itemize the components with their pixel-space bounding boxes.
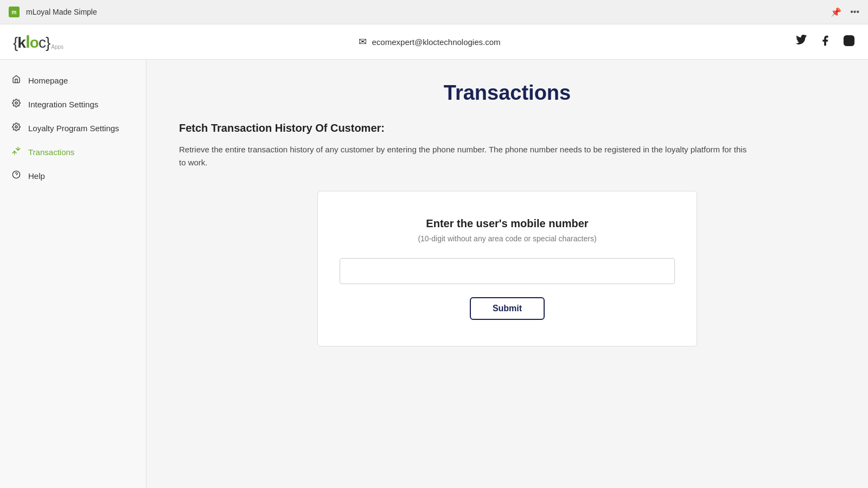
mobile-number-card: Enter the user's mobile number (10-digit…	[317, 191, 697, 346]
sidebar: Homepage Integration Settings Loyalty Pr…	[0, 60, 146, 488]
svg-point-4	[15, 126, 17, 128]
main-layout: Homepage Integration Settings Loyalty Pr…	[0, 60, 868, 488]
app-header: {kloc} Apps ✉ ecomexpert@kloctechnologie…	[0, 24, 868, 60]
svg-point-1	[847, 38, 851, 42]
sidebar-label-loyalty-program-settings: Loyalty Program Settings	[28, 124, 119, 133]
sidebar-item-loyalty-program-settings[interactable]: Loyalty Program Settings	[0, 116, 146, 140]
browser-bar: m mLoyal Made Simple 📌 •••	[0, 0, 868, 24]
logo-apps: Apps	[51, 44, 63, 50]
more-icon[interactable]: •••	[850, 7, 859, 17]
gear-icon-integration	[11, 99, 22, 110]
sidebar-item-transactions[interactable]: Transactions	[0, 140, 146, 164]
card-subtitle: (10-digit without any area code or speci…	[340, 234, 675, 243]
browser-tab-title: mLoyal Made Simple	[26, 8, 824, 16]
browser-actions: 📌 •••	[831, 7, 859, 17]
page-title: Transactions	[179, 81, 835, 105]
header-email-address: ecomexpert@kloctechnologies.com	[372, 37, 501, 47]
mobile-number-input[interactable]	[340, 258, 675, 284]
sidebar-item-integration-settings[interactable]: Integration Settings	[0, 92, 146, 116]
transactions-icon	[11, 146, 22, 157]
sidebar-label-help: Help	[28, 171, 45, 181]
section-description: Retrieve the entire transaction history …	[179, 143, 749, 169]
logo-text: {kloc}	[13, 32, 50, 52]
gear-icon-loyalty	[11, 123, 22, 133]
browser-favicon: m	[9, 7, 20, 17]
logo: {kloc} Apps	[13, 32, 63, 52]
card-title: Enter the user's mobile number	[340, 217, 675, 230]
instagram-icon[interactable]	[843, 35, 855, 49]
sidebar-item-help[interactable]: Help	[0, 164, 146, 188]
home-icon	[11, 75, 22, 86]
sidebar-label-homepage: Homepage	[28, 76, 68, 85]
email-icon: ✉	[359, 36, 367, 48]
submit-button[interactable]: Submit	[470, 297, 545, 320]
pin-icon[interactable]: 📌	[831, 7, 841, 17]
main-content: Transactions Fetch Transaction History O…	[146, 60, 868, 488]
twitter-icon[interactable]	[795, 35, 807, 49]
facebook-icon[interactable]	[819, 35, 831, 49]
section-heading: Fetch Transaction History Of Customer:	[179, 122, 835, 134]
sidebar-item-homepage[interactable]: Homepage	[0, 68, 146, 92]
help-icon	[11, 170, 22, 181]
social-icons	[795, 35, 855, 49]
sidebar-label-transactions: Transactions	[28, 147, 74, 157]
svg-point-3	[15, 102, 17, 104]
sidebar-label-integration-settings: Integration Settings	[28, 100, 98, 109]
header-email-section: ✉ ecomexpert@kloctechnologies.com	[359, 36, 501, 48]
